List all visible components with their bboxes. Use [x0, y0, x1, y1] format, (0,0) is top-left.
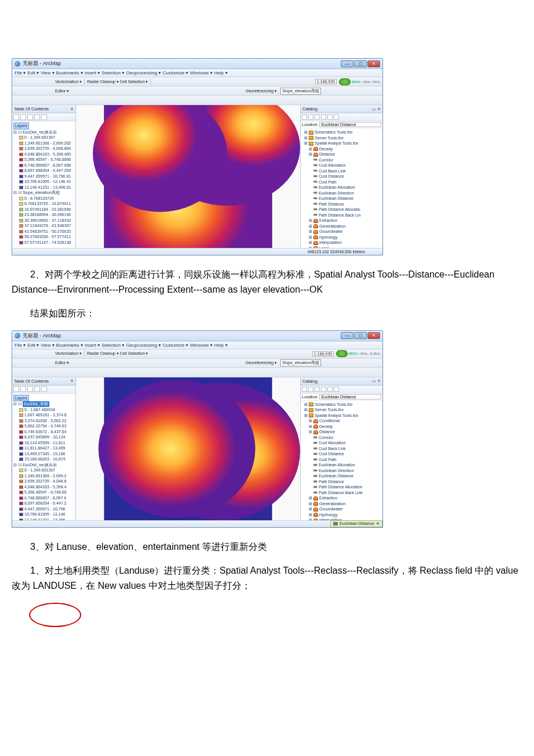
raster-cleanup-menu[interactable]: Raster Cleanup ▾ Cell Selection ▾ [87, 351, 148, 356]
raster-cleanup-menu[interactable]: Raster Cleanup ▾ Cell Selection ▾ [87, 80, 148, 84]
titlebar: 无标题 - ArcMap — ▢ ✕ [12, 331, 383, 341]
close-button[interactable]: ✕ [367, 60, 380, 67]
menu-file[interactable]: File ▾ [15, 70, 26, 75]
toolbar-row-2: Editor ▾ Georeferencing ▾ Slope_elevatio… [12, 87, 383, 96]
maximize-button[interactable]: ▢ [354, 60, 367, 67]
body-text-4: 1、对土地利用类型（Landuse）进行重分类：Spatial Analyst … [12, 563, 522, 593]
map-view[interactable] [76, 377, 300, 520]
window-title: 无标题 - ArcMap [23, 60, 341, 67]
scale-input[interactable]: 1:188,939 [315, 79, 337, 84]
toc-btnbar [12, 113, 75, 121]
arcmap-window-1: 无标题 - ArcMap — ▢ ✕ File ▾ Edit ▾ View ▾ … [12, 58, 383, 255]
toc-panel: Table Of Contents ✕ Layers⊟ ☑ EucDist_re… [12, 105, 76, 248]
body-text-2: 结果如图所示： [12, 306, 522, 321]
menu-geoprocessing[interactable]: Geoprocessing ▾ [126, 70, 161, 75]
vectorization-menu[interactable]: Vectorization ▾ [55, 351, 82, 356]
toc-btn[interactable] [13, 114, 19, 120]
catalog-location-input[interactable] [319, 394, 381, 399]
menu-insert[interactable]: Insert ▾ [85, 343, 100, 348]
menu-edit[interactable]: Edit ▾ [27, 343, 39, 348]
catalog-location-row: Location: [301, 121, 383, 128]
titlebar: 无标题 - ArcMap — ▢ ✕ [12, 59, 383, 69]
menu-view[interactable]: View ▾ [41, 343, 54, 348]
toolbar-row-1: Vectorization ▾ Raster Cleanup ▾ Cell Se… [12, 350, 383, 359]
menu-help[interactable]: Help ▾ [214, 343, 228, 348]
vectorization-menu[interactable]: Vectorization ▾ [55, 80, 82, 84]
close-button[interactable]: ✕ [367, 332, 380, 339]
menu-help[interactable]: Help ▾ [214, 70, 228, 75]
catalog-header: Catalog ▭ ✕ [301, 105, 383, 113]
georef-label[interactable]: Georeferencing ▾ [246, 361, 277, 365]
catalog-toolbar [301, 113, 383, 121]
menu-selection[interactable]: Selection ▾ [102, 343, 124, 348]
toolbar-row-2: Editor ▾ Georeferencing ▾ Slope_elevatio… [12, 359, 383, 368]
editor-menu[interactable]: Editor ▾ [55, 89, 69, 93]
georef-layer[interactable]: Slope_elevation高程 [280, 359, 321, 366]
statusbar [12, 520, 383, 527]
menubar: File ▾ Edit ▾ View ▾ Bookmarks ▾ Insert … [12, 69, 383, 77]
menu-windows[interactable]: Windows ▾ [190, 343, 212, 348]
cat-btn[interactable] [315, 114, 320, 120]
catalog-location-input[interactable] [319, 122, 381, 127]
menu-geoprocessing[interactable]: Geoprocessing ▾ [126, 343, 161, 348]
menu-customize[interactable]: Customize ▾ [163, 70, 188, 75]
red-oval-annotation [29, 603, 81, 627]
menu-windows[interactable]: Windows ▾ [190, 70, 212, 75]
body-text-3: 3、对 Lanuse、elevation、entertainment 等进行重新… [12, 539, 522, 555]
status-gauge-icon [336, 350, 348, 357]
toc-btn[interactable] [20, 114, 26, 120]
coords-text: 498133.162 224548.036 Meters [308, 250, 365, 254]
arcmap-icon [15, 333, 20, 339]
menu-view[interactable]: View ▾ [41, 70, 54, 75]
cat-btn[interactable] [321, 114, 326, 120]
menu-edit[interactable]: Edit ▾ [27, 70, 39, 75]
cat-btn[interactable] [334, 114, 339, 120]
toc-tree[interactable]: Layers⊟ ☑ EucDist_学校0 - 1,687.4099181,68… [12, 394, 75, 520]
cat-btn[interactable] [327, 114, 333, 120]
toc-btn[interactable] [27, 114, 33, 120]
maximize-button[interactable]: ▢ [354, 332, 367, 339]
gauge-value: 885% [349, 352, 358, 355]
menu-file[interactable]: File ▾ [15, 343, 26, 348]
menu-selection[interactable]: Selection ▾ [102, 70, 124, 75]
catalog-pin-icon[interactable]: ▭ ✕ [372, 107, 381, 111]
toc-close-icon[interactable]: ✕ [70, 107, 74, 111]
toc-header: Table Of Contents ✕ [12, 377, 75, 386]
map-view[interactable] [76, 105, 300, 248]
toolbar-row-1: Vectorization ▾ Raster Cleanup ▾ Cell Se… [12, 77, 383, 87]
cat-btn[interactable] [302, 114, 307, 120]
toc-btn[interactable] [41, 114, 47, 120]
catalog-panel: Catalog ▭ ✕ Location: ⊞Schematics Tools.… [300, 105, 383, 248]
toc-close-icon[interactable]: ✕ [70, 379, 74, 383]
minimize-button[interactable]: — [341, 332, 353, 339]
georef-layer[interactable]: Slope_elevation高程 [280, 88, 321, 95]
menu-bookmarks[interactable]: Bookmarks ▾ [56, 70, 83, 75]
scale-input[interactable]: 1:188,939 [312, 351, 334, 357]
toc-btn[interactable] [34, 114, 40, 120]
menu-customize[interactable]: Customize ▾ [163, 343, 188, 348]
menu-bookmarks[interactable]: Bookmarks ▾ [56, 343, 83, 348]
arcmap-window-2: 无标题 - ArcMap — ▢ ✕ File ▾ Edit ▾ View ▾ … [12, 330, 383, 528]
toolbar-row-3 [12, 368, 383, 377]
georef-label[interactable]: Georeferencing ▾ [246, 89, 277, 93]
menu-insert[interactable]: Insert ▾ [85, 70, 100, 75]
arcmap-icon [15, 61, 20, 67]
toolbar-row-3 [12, 96, 383, 105]
body-text-1: 2、对两个学校之间的距离进行计算，同娱乐设施一样以高程为标准，Spatial A… [12, 267, 522, 297]
svg-point-6 [99, 380, 255, 517]
toc-tree[interactable]: Layers⊟ ☑ EucDist_rec娱乐乐0 - 1,349.601367… [12, 121, 75, 248]
gauge-value: 884% [352, 80, 360, 84]
window-title: 无标题 - ArcMap [23, 332, 341, 340]
cat-btn[interactable] [308, 114, 313, 120]
status-gauge-icon [339, 78, 351, 85]
minimize-button[interactable]: — [341, 60, 353, 67]
toc-header: Table Of Contents ✕ [12, 105, 75, 113]
menubar: File ▾ Edit ▾ View ▾ Bookmarks ▾ Insert … [12, 341, 383, 350]
toc-panel: Table Of Contents ✕ Layers⊟ ☑ EucDist_学校… [12, 377, 76, 520]
catalog-tree[interactable]: ⊞Schematics Tools.tbx⊞Server Tools.tbx⊞S… [301, 401, 383, 520]
catalog-panel: Catalog▭ ✕ Location: ⊞Schematics Tools.t… [300, 377, 383, 520]
editor-menu[interactable]: Editor ▾ [55, 361, 69, 365]
statusbar: 498133.162 224548.036 Meters [12, 248, 383, 255]
catalog-tree[interactable]: ⊞Schematics Tools.tbx⊞Server Tools.tbx⊞S… [301, 128, 383, 248]
